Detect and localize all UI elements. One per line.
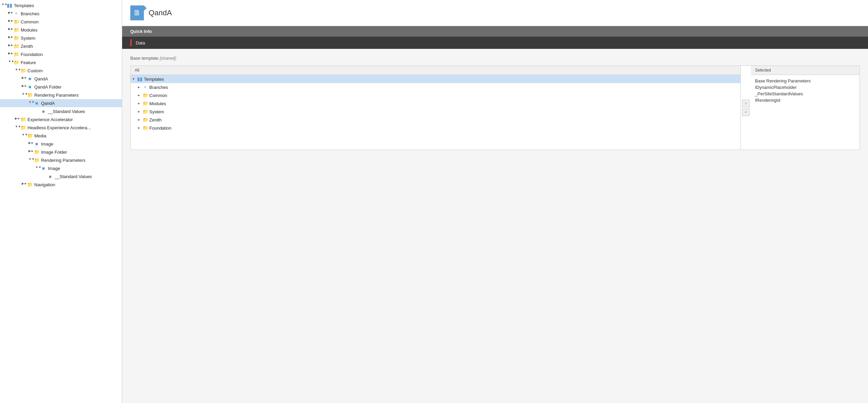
picker-label: Foundation bbox=[149, 126, 171, 131]
sidebar-item-custom[interactable]: ▼📁Custom bbox=[0, 66, 122, 75]
template-picker: All ▼▮▮Templates►⚬Branches►📁Common►📁Modu… bbox=[130, 65, 860, 150]
data-bar: Data bbox=[122, 37, 868, 49]
selected-list: Base Rendering ParametersIDynamicPlaceho… bbox=[751, 75, 860, 106]
sidebar-item-media[interactable]: ▼📁Media bbox=[0, 132, 122, 140]
sidebar-item-label: Image bbox=[41, 141, 53, 147]
picker-tree-item-picker-common[interactable]: ►📁Common bbox=[131, 91, 740, 99]
remove-button[interactable]: < bbox=[742, 109, 750, 116]
sidebar-item-label: Media bbox=[34, 133, 46, 138]
sidebar-item-qanda-folder[interactable]: ►■QandA Folder bbox=[0, 83, 122, 91]
picker-tree-item-picker-foundation[interactable]: ►📁Foundation bbox=[131, 124, 740, 132]
sidebar-item-foundation[interactable]: ►📁Foundation bbox=[0, 50, 122, 58]
sidebar-item-label: QandA Folder bbox=[34, 84, 61, 90]
picker-label: System bbox=[149, 109, 164, 114]
picker-label: Common bbox=[149, 93, 167, 98]
sidebar-item-label: QandA bbox=[41, 101, 55, 106]
picker-arrows: > < bbox=[741, 66, 751, 150]
sidebar-item-qanda-rp[interactable]: ▼■QandA bbox=[0, 99, 122, 107]
sidebar-item-label: System bbox=[21, 36, 35, 41]
content-header: 🗎 QandA bbox=[122, 0, 868, 26]
sidebar-item-label: Zenith bbox=[21, 44, 33, 49]
picker-all-header: All bbox=[131, 66, 740, 75]
sidebar-item-label: QandA bbox=[34, 76, 48, 81]
sidebar-item-label: Image bbox=[48, 166, 60, 171]
sidebar-item-label: Branches bbox=[21, 11, 39, 16]
sidebar-item-label: Custom bbox=[27, 68, 43, 73]
quick-info-label: Quick Info bbox=[130, 29, 152, 34]
sidebar-item-rendering-parameters[interactable]: ▼📁Rendering Parameters bbox=[0, 91, 122, 99]
quick-info-bar: Quick Info bbox=[122, 26, 868, 37]
picker-selected-header: Selected bbox=[751, 66, 860, 75]
main-content: 🗎 QandA Quick Info Data Base template [s… bbox=[122, 0, 868, 403]
sidebar-item-label: Common bbox=[21, 19, 39, 24]
picker-label: Zenith bbox=[149, 117, 162, 122]
sidebar-item-label: Modules bbox=[21, 27, 37, 33]
page-icon: 🗎 bbox=[130, 5, 144, 20]
page-title: QandA bbox=[149, 8, 172, 17]
sidebar-item-navigation[interactable]: ►📁Navigation bbox=[0, 180, 122, 189]
sidebar-item-branches[interactable]: ►⚬Branches bbox=[0, 9, 122, 18]
sidebar-item-label: Foundation bbox=[21, 52, 43, 57]
sidebar-item-common[interactable]: ►📁Common bbox=[0, 18, 122, 26]
sidebar-item-qanda[interactable]: ►■QandA bbox=[0, 75, 122, 83]
sidebar-item-label: Rendering Parameters bbox=[41, 158, 86, 163]
red-accent bbox=[130, 39, 132, 46]
sidebar-item-label: Feature bbox=[21, 60, 36, 65]
sidebar-item-feature[interactable]: ▼📁Feature bbox=[0, 58, 122, 66]
picker-label: Templates bbox=[144, 77, 164, 82]
sidebar-item-label: __Standard Values bbox=[55, 174, 92, 179]
picker-tree-item-picker-system[interactable]: ►📁System bbox=[131, 108, 740, 116]
sidebar-item-image-std[interactable]: ■__Standard Values bbox=[0, 172, 122, 180]
picker-tree-item-picker-zenith[interactable]: ►📁Zenith bbox=[131, 116, 740, 124]
sidebar-item-templates-root[interactable]: ▼▮▮Templates bbox=[0, 1, 122, 9]
sidebar-item-system[interactable]: ►📁System bbox=[0, 34, 122, 42]
picker-tree-item-picker-templates[interactable]: ▼▮▮Templates bbox=[131, 75, 740, 83]
sidebar-item-zenith[interactable]: ►📁Zenith bbox=[0, 42, 122, 50]
sidebar-item-experience-accelerator[interactable]: ►📁Experience Accelerator bbox=[0, 115, 122, 123]
picker-tree[interactable]: ▼▮▮Templates►⚬Branches►📁Common►📁Modules►… bbox=[131, 75, 740, 150]
sidebar-item-label: __Standard Values bbox=[48, 109, 85, 114]
selected-item[interactable]: IRenderingId bbox=[755, 97, 855, 103]
base-template-label: Base template [shared]: bbox=[130, 56, 860, 61]
selected-item[interactable]: IDynamicPlaceholder bbox=[755, 84, 855, 91]
data-label: Data bbox=[136, 40, 145, 45]
sidebar-item-label: Rendering Parameters bbox=[34, 93, 79, 98]
picker-tree-item-picker-modules[interactable]: ►📁Modules bbox=[131, 99, 740, 108]
selected-item[interactable]: Base Rendering Parameters bbox=[755, 78, 855, 84]
sidebar: ▼▮▮Templates►⚬Branches►📁Common►📁Modules►… bbox=[0, 0, 122, 403]
sidebar-item-label: Image Folder bbox=[41, 150, 67, 155]
sidebar-item-image-folder[interactable]: ►📁Image Folder bbox=[0, 148, 122, 156]
content-body: Base template [shared]: All ▼▮▮Templates… bbox=[122, 49, 868, 403]
add-button[interactable]: > bbox=[742, 100, 750, 107]
sidebar-item-label: Experience Accelerator bbox=[27, 117, 73, 122]
selected-item[interactable]: _PerSiteStandardValues bbox=[755, 91, 855, 97]
sidebar-item-label: Navigation bbox=[34, 182, 55, 187]
picker-label: Modules bbox=[149, 101, 166, 106]
picker-left-panel: All ▼▮▮Templates►⚬Branches►📁Common►📁Modu… bbox=[131, 66, 741, 150]
sidebar-item-rendering-parameters-2[interactable]: ▼📁Rendering Parameters bbox=[0, 156, 122, 164]
sidebar-item-standard-values[interactable]: ■__Standard Values bbox=[0, 107, 122, 115]
sidebar-item-image-rp[interactable]: ▼■Image bbox=[0, 164, 122, 172]
sidebar-item-headless-experience-accelera[interactable]: ▼📁Headless Experience Accelera... bbox=[0, 123, 122, 132]
picker-right-panel: Selected Base Rendering ParametersIDynam… bbox=[751, 66, 860, 150]
picker-label: Branches bbox=[149, 85, 168, 90]
sidebar-item-label: Templates bbox=[14, 3, 34, 8]
picker-tree-item-picker-branches[interactable]: ►⚬Branches bbox=[131, 83, 740, 91]
sidebar-item-image[interactable]: ►■Image bbox=[0, 140, 122, 148]
sidebar-item-modules[interactable]: ►📁Modules bbox=[0, 26, 122, 34]
sidebar-item-label: Headless Experience Accelera... bbox=[27, 125, 91, 130]
